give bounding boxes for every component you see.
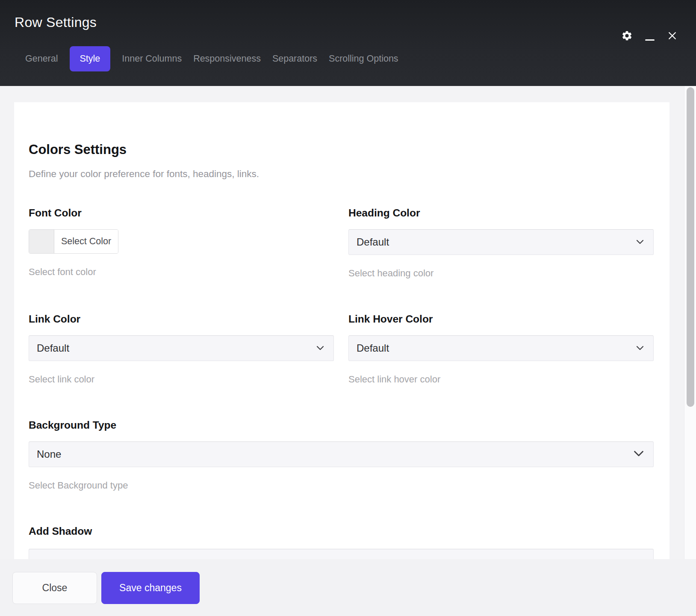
add-shadow-select[interactable] [29, 549, 654, 559]
tab-separators[interactable]: Separators [272, 53, 317, 64]
window-controls [621, 27, 678, 44]
font-color-field: Font Color Select Color Select font colo… [29, 207, 334, 278]
link-hover-color-field: Link Hover Color Default Select link hov… [348, 313, 654, 385]
link-color-label: Link Color [29, 313, 334, 325]
font-color-label: Font Color [29, 207, 334, 219]
add-shadow-field: Add Shadow [29, 525, 654, 559]
tab-style[interactable]: Style [70, 46, 111, 71]
tab-bar: General Style Inner Columns Responsivene… [25, 46, 398, 71]
background-type-helper: Select Background type [29, 480, 654, 491]
close-button[interactable]: Close [12, 572, 97, 604]
tab-general[interactable]: General [25, 53, 58, 64]
font-color-picker[interactable]: Select Color [29, 229, 118, 254]
heading-color-select[interactable]: Default [348, 229, 654, 255]
select-color-button[interactable]: Select Color [54, 230, 118, 253]
close-icon[interactable] [667, 30, 678, 41]
background-type-value: None [37, 448, 634, 460]
link-hover-color-helper: Select link hover color [348, 374, 654, 385]
scrollbar-thumb[interactable] [687, 87, 694, 407]
tab-responsiveness[interactable]: Responsiveness [193, 53, 261, 64]
background-type-select[interactable]: None [29, 441, 654, 467]
chevron-down-icon [634, 450, 644, 459]
background-type-label: Background Type [29, 419, 654, 431]
add-shadow-label: Add Shadow [29, 525, 654, 537]
heading-color-label: Heading Color [348, 207, 654, 219]
dialog-header: Row Settings General Style Inner Columns… [0, 0, 696, 86]
font-color-swatch[interactable] [29, 230, 54, 253]
heading-color-field: Heading Color Default Select heading col… [348, 207, 654, 278]
save-changes-button[interactable]: Save changes [101, 572, 200, 604]
chevron-down-icon [636, 238, 644, 246]
link-color-value: Default [37, 342, 316, 354]
section-description: Define your color preference for fonts, … [29, 169, 654, 179]
link-color-field: Link Color Default Select link color [29, 313, 334, 385]
heading-color-value: Default [357, 236, 636, 248]
heading-color-helper: Select heading color [348, 268, 654, 278]
vertical-scrollbar[interactable] [684, 86, 696, 559]
dialog-body: Colors Settings Define your color prefer… [0, 86, 696, 559]
tab-scrolling-options[interactable]: Scrolling Options [329, 53, 398, 64]
tab-inner-columns[interactable]: Inner Columns [122, 53, 182, 64]
font-color-helper: Select font color [29, 267, 334, 277]
link-color-helper: Select link color [29, 374, 334, 385]
link-color-select[interactable]: Default [29, 335, 334, 361]
settings-card: Colors Settings Define your color prefer… [14, 102, 669, 559]
dialog-footer: Close Save changes [0, 559, 696, 616]
chevron-down-icon [636, 344, 644, 352]
minimize-icon[interactable] [645, 35, 655, 36]
link-hover-color-label: Link Hover Color [348, 313, 654, 325]
link-hover-color-value: Default [357, 342, 636, 354]
dialog-title: Row Settings [15, 15, 97, 30]
gear-icon[interactable] [621, 30, 633, 41]
background-type-field: Background Type None Select Background t… [29, 419, 654, 491]
section-title: Colors Settings [29, 142, 654, 157]
link-hover-color-select[interactable]: Default [348, 335, 654, 361]
chevron-down-icon [316, 344, 324, 352]
